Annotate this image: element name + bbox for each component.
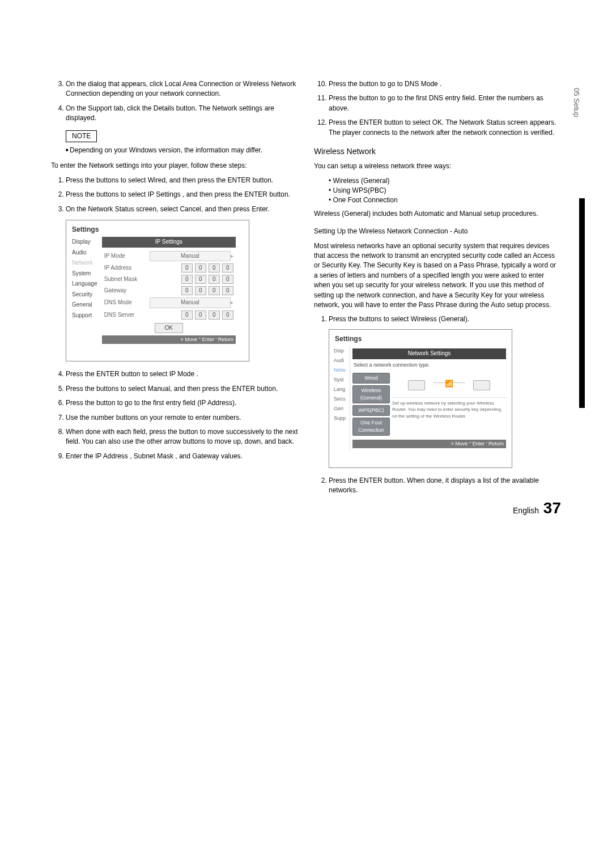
sidebar-item[interactable]: Support (70, 310, 100, 321)
list-item: Press the ENTER button. When done, it di… (329, 476, 561, 496)
ip-settings-figure: Settings DisplayAudioNetworkSystemLangua… (66, 220, 249, 361)
page-footer: English 37 (513, 499, 561, 517)
sidebar-item[interactable]: Language (70, 279, 100, 290)
left-steps-b: Press the ENTER button to select IP Mode… (51, 369, 298, 461)
auto-paragraph: Most wireless networks have an optional … (314, 241, 561, 310)
network-type-button[interactable]: WPS(PBC) (352, 405, 390, 416)
left-steps-a: Press the buttons to select Wired, and t… (51, 176, 298, 214)
ip-octet-field[interactable]: 0 (222, 263, 233, 273)
list-item: Enter the IP Address , Subnet Mask , and… (66, 452, 298, 461)
ip-octet-field[interactable]: 0 (209, 275, 220, 284)
ip-row: Subnet Mask0000 (102, 274, 236, 285)
sidebar-item[interactable]: Network (70, 258, 100, 269)
list-item: Press the ENTER button to select OK. The… (329, 118, 561, 138)
ip-octet-field[interactable]: 0 (195, 275, 206, 284)
ip-row-label: DNS Mode (104, 299, 150, 307)
list-item: Press the button to go to DNS Mode . (329, 79, 561, 89)
right-steps-c: Press the button to go to DNS Mode .Pres… (314, 79, 561, 138)
list-item: On the Network Status screen, select Can… (66, 205, 298, 214)
ip-octet-field[interactable]: 0 (222, 275, 233, 284)
ip-row-label: Gateway (104, 287, 150, 295)
router-icon (473, 380, 490, 390)
list-item: Press the button to go to the first entr… (66, 398, 298, 408)
fig2-option-buttons: WiredWireless (General)WPS(PBC)One Foot … (352, 371, 389, 437)
mode-value[interactable]: Manual (150, 297, 231, 308)
ip-row: IP Address0000 (102, 262, 236, 274)
note-label: NOTE (66, 130, 97, 142)
ip-octet-field[interactable]: 0 (209, 263, 220, 273)
left-pre-list: On the dialog that appears, click Local … (51, 79, 298, 124)
ip-row: DNS ModeManual ▸ (102, 296, 236, 309)
list-item: Press the buttons to select Wired, and t… (66, 176, 298, 185)
sidebar-item[interactable]: Disp (333, 346, 350, 356)
list-item: Wireless (General) (329, 176, 561, 186)
ip-octet-field[interactable]: 0 (195, 263, 206, 273)
network-settings-figure: Settings DispAudiNetwSystLangSecuGenSupp… (329, 329, 512, 468)
page-content: 05 Setup On the dialog that appears, cli… (0, 0, 612, 534)
fig2-header: Network Settings (352, 348, 506, 359)
sidebar-item[interactable]: System (70, 269, 100, 279)
fig2-prompt: Select a network connection type. (352, 359, 506, 371)
ip-row: IP ModeManual ▸ (102, 250, 236, 263)
list-item: Press the ENTER button to select IP Mode… (66, 369, 298, 379)
ip-octet-field[interactable]: 0 (209, 310, 220, 320)
ip-octet-field[interactable]: 0 (209, 286, 220, 295)
player-icon (408, 380, 425, 390)
network-type-button[interactable]: Wired (352, 373, 390, 384)
list-item: On the Support tab, click the Details bu… (66, 104, 298, 124)
list-item: Press the buttons to select IP Settings … (66, 190, 298, 199)
wifi-icon: 📶 (445, 379, 453, 389)
sidebar-item[interactable]: Gen (333, 404, 350, 414)
sidebar-item[interactable]: Supp (333, 414, 350, 423)
ip-octet-field[interactable]: 0 (195, 310, 206, 320)
fig2-description: Set up wireless network by selecting you… (392, 400, 506, 420)
fig1-hint-bar: > Move " Enter ' Return (102, 335, 236, 344)
two-column-layout: On the dialog that appears, click Local … (51, 79, 561, 500)
ip-octet-field[interactable]: 0 (195, 286, 206, 295)
list-item: Using WPS(PBC) (329, 186, 561, 195)
network-type-button[interactable]: Wireless (General) (352, 385, 390, 403)
list-item: On the dialog that appears, click Local … (66, 79, 298, 99)
sidebar-item[interactable]: Syst (333, 375, 350, 385)
sidebar-item[interactable]: Netw (333, 365, 350, 375)
network-type-button[interactable]: One Foot Connection (352, 418, 390, 436)
fig1-main: IP Settings IP ModeManual ▸IP Address000… (102, 237, 236, 344)
wireless-general-note: Wireless (General) includes both Automat… (314, 209, 561, 219)
fig2-main: Network Settings Select a network connec… (350, 346, 508, 450)
right-column: Press the button to go to DNS Mode .Pres… (314, 79, 561, 500)
sidebar-item[interactable]: Secu (333, 394, 350, 404)
right-steps-d: Press the buttons to select Wireless (Ge… (314, 314, 561, 324)
fig1-header: IP Settings (102, 237, 236, 248)
fig1-sidebar: DisplayAudioNetworkSystemLanguageSecurit… (70, 237, 100, 321)
ip-octet-field[interactable]: 0 (181, 286, 193, 295)
ip-row-label: IP Mode (104, 252, 150, 261)
right-steps-e: Press the ENTER button. When done, it di… (314, 476, 561, 496)
sidebar-item[interactable]: General (70, 300, 100, 310)
ip-row-label: IP Address (104, 264, 150, 273)
ip-octet-field[interactable]: 0 (181, 310, 193, 320)
sidebar-item[interactable]: Lang (333, 385, 350, 394)
list-item: Use the number buttons on your remote to… (66, 413, 298, 423)
ip-octet-field[interactable]: 0 (222, 286, 233, 295)
ip-octet-field[interactable]: 0 (222, 310, 233, 320)
ip-row: DNS Server0000 (102, 309, 236, 321)
ways-list: Wireless (General)Using WPS(PBC)One Foot… (314, 176, 561, 206)
sidebar-item[interactable]: Display (70, 237, 100, 248)
list-item: Press the button to go to the first DNS … (329, 93, 561, 113)
list-item: Press the buttons to select Manual, and … (66, 384, 298, 394)
ip-octet-field[interactable]: 0 (181, 275, 193, 284)
fig2-hint-bar: > Move " Enter ' Return (352, 440, 506, 448)
footer-language: English (513, 506, 539, 515)
section-side-tab: 05 Setup (572, 88, 581, 117)
sidebar-item[interactable]: Audi (333, 356, 350, 365)
mode-value[interactable]: Manual (150, 251, 231, 262)
sidebar-item[interactable]: Audio (70, 248, 100, 258)
ip-octet-field[interactable]: 0 (181, 263, 193, 273)
left-intro: To enter the Network settings into your … (51, 161, 298, 171)
sidebar-item[interactable]: Security (70, 290, 100, 300)
fig2-sidebar: DispAudiNetwSystLangSecuGenSupp (333, 346, 350, 450)
fig1-ok-button[interactable]: OK (155, 323, 183, 334)
note-text: Depending on your Windows version, the i… (66, 146, 298, 155)
left-column: On the dialog that appears, click Local … (51, 79, 298, 500)
figure1-title: Settings (72, 225, 245, 235)
